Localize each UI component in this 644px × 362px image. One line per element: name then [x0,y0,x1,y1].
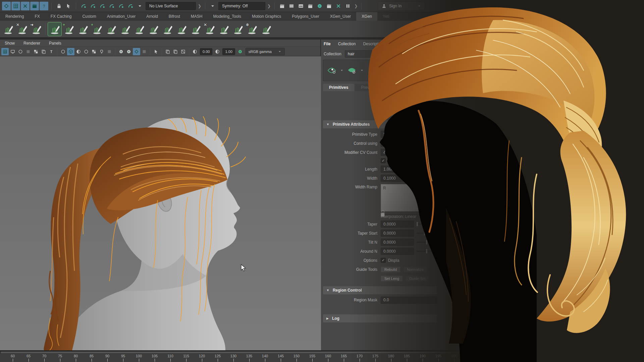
shelf-tab-xgen[interactable]: XGen [356,12,377,21]
control-using-dropdown[interactable]: Guides [381,140,426,147]
color-managed-icon[interactable] [236,48,244,55]
normalize-button[interactable]: Normalize [403,266,427,273]
shelf-tab-modeling-tools[interactable]: Modeling_Tools [208,12,247,21]
direction-brush-icon[interactable] [175,22,188,36]
section-primitive-attributes[interactable]: ▼ Primitive Attributes [323,120,437,128]
hidden-checkbox-2[interactable] [381,103,386,108]
select-by-component-icon[interactable] [21,2,30,10]
freeze-brush-icon[interactable]: ❄ [245,22,259,36]
section-region-control[interactable]: ▼ Region Control [323,286,437,294]
shelf-tab-polygons-user[interactable]: Polygons_User [286,12,324,21]
snap-to-point-icon[interactable] [98,2,107,10]
checker-display-icon[interactable] [90,48,98,55]
pause-icon[interactable] [343,2,352,10]
place-guides-icon[interactable] [104,22,118,36]
snap-to-view-plane-icon[interactable] [117,2,125,10]
textured-icon[interactable] [83,48,90,55]
snap-options-icon[interactable] [136,2,144,10]
hidden-checkbox-1[interactable]: ✓ [381,95,386,100]
lock-selection-icon[interactable] [55,2,63,10]
modifier-cv-count-field[interactable]: 40 [381,149,415,156]
comb-brush-icon[interactable] [118,22,132,36]
viewport-canvas[interactable]: persp [0,56,321,350]
xgen-editor-icon[interactable] [48,22,61,36]
delete-guides-icon[interactable]: ✕ [15,22,29,36]
select-by-object-icon[interactable] [11,2,20,10]
display-toggle-icon[interactable] [347,66,356,75]
shelf-tab-yeti[interactable]: Yeti [377,12,395,21]
exposure-toggle-icon[interactable] [141,48,148,55]
xgen-menu-collection[interactable]: Collection [338,42,356,46]
part-brush-icon[interactable] [231,22,245,36]
render-current-frame-icon[interactable] [278,2,286,10]
density-brush-icon[interactable] [76,22,90,36]
export-selection-icon[interactable]: ➜ [30,22,43,36]
display-dropdown-icon[interactable] [360,66,364,75]
uniform-checkbox[interactable]: ✓ [381,158,386,163]
single-pane-icon[interactable] [179,48,187,55]
preview-toggle-icon[interactable] [327,66,336,75]
xray-joints-icon[interactable] [133,48,140,55]
length-slider[interactable] [417,169,437,170]
help-line-icon[interactable] [40,2,48,10]
shelf-tab-fx[interactable]: FX [29,12,45,21]
select-camera-icon[interactable] [152,48,160,55]
collection-field[interactable]: hair [345,50,428,58]
tab-preview-output[interactable]: Preview/Outp [355,84,391,91]
rebuild-button[interactable]: Rebuild [381,266,400,273]
hud-text-icon[interactable] [48,48,55,55]
tilt-n-slider[interactable] [417,242,437,243]
noise-brush-icon[interactable]: ✕ [203,22,216,36]
select-by-hierarchy-icon[interactable] [2,2,11,10]
camera-image-icon[interactable] [40,48,47,55]
guide-smooth-button[interactable]: Guide Sm [406,276,429,282]
shelf-tab-arnold[interactable]: Arnold [141,12,163,21]
preview-dropdown-icon[interactable] [339,66,344,75]
colorspace-dropdown[interactable]: sRGB gamma [246,48,285,55]
xray-icon[interactable] [125,48,132,55]
exposure-icon[interactable] [191,48,199,55]
around-n-slider[interactable] [417,251,437,252]
taper-start-slider[interactable] [417,233,437,234]
shelf-tab-motion-graphics[interactable]: Motion Graphics [247,12,286,21]
shelf-tab-mash[interactable]: MASH [185,12,208,21]
shelf-tab-bifrost[interactable]: Bifrost [163,12,185,21]
flat-shade-icon[interactable] [75,48,82,55]
ramp-handle[interactable] [381,213,385,217]
display-checkbox[interactable]: ✓ [381,258,386,263]
shelf-tab-animation-user[interactable]: Animation_User [102,12,141,21]
snap-to-projected-center-icon[interactable] [107,2,116,10]
width-field[interactable]: 0.1000 [381,175,414,182]
menu-panels[interactable]: Panels [49,41,61,46]
cancel-render-icon[interactable] [334,2,343,10]
shelf-tab-custom[interactable]: Custom [77,12,101,21]
shelf-tab-fx-caching[interactable]: FX Caching [45,12,77,21]
add-guides-icon[interactable]: + [62,22,75,36]
section-log[interactable]: ▶ Log [323,314,437,322]
wireframe-icon[interactable] [59,48,67,55]
motion-blur-icon[interactable] [106,48,113,55]
primitive-type-dropdown[interactable]: Spl [381,131,426,138]
around-n-field[interactable]: 0.0000 [381,248,414,255]
hidden-create-button[interactable]: Creat [381,111,397,117]
smooth-brush-icon[interactable] [132,22,146,36]
timeline-scrollbar[interactable] [0,351,644,354]
taper-slider[interactable] [417,224,437,225]
exposure-field[interactable]: 0.00 [200,48,212,55]
width-slider[interactable] [417,178,437,179]
isolate-select-icon[interactable] [117,48,125,55]
symmetry-field[interactable]: Symmetry: Off [218,2,265,10]
gamma-field[interactable]: 1.00 [222,48,235,55]
batch-render-icon[interactable] [325,2,333,10]
length-brush-icon[interactable] [147,22,160,36]
width-ramp-widget[interactable]: R [381,184,436,212]
resolution-gate-icon[interactable] [17,48,24,55]
ipr-render-icon[interactable] [297,2,305,10]
shelf-tab-xgen-user[interactable]: XGen_User [325,12,357,21]
smooth-shade-icon[interactable] [67,48,74,55]
taper-field[interactable]: 0.0000 [381,221,414,228]
symmetry-dropdown-icon[interactable] [208,2,217,10]
xgen-menu-file[interactable]: File [324,42,331,46]
new-description-icon[interactable] [1,22,15,36]
film-gate-icon[interactable] [9,48,16,55]
